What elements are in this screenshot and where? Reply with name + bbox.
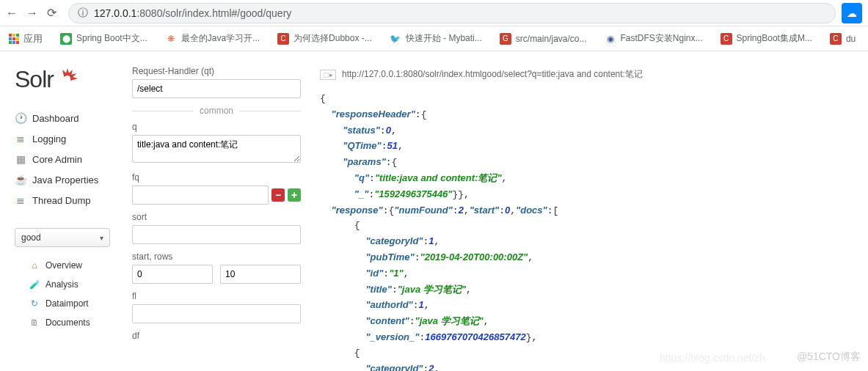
qt-group: Request-Handler (qt)	[132, 66, 301, 98]
sidebar: Solr 🕐Dashboard ≣Logging ▦Core Admin ☕Ja…	[0, 51, 125, 371]
main-content: Solr 🕐Dashboard ≣Logging ▦Core Admin ☕Ja…	[0, 51, 868, 371]
bookmark-item[interactable]: ❋最全的Java学习开...	[165, 32, 260, 45]
subnav-dataimport[interactable]: ↻Dataimport	[29, 294, 125, 313]
url-link-icon: ⬚▸	[320, 70, 336, 80]
apps-button[interactable]: 应用	[9, 32, 43, 45]
nav-label: Thread Dump	[32, 195, 90, 206]
rows-input[interactable]	[220, 265, 301, 284]
favicon-icon: C	[721, 33, 732, 45]
documents-icon: 🗎	[29, 317, 40, 328]
sort-input[interactable]	[132, 225, 301, 244]
bookmark-label: FastDFS安装Nginx...	[621, 32, 703, 45]
logo-text: Solr	[15, 66, 54, 92]
bookmark-item[interactable]: C为何选择Dubbox -...	[277, 32, 372, 45]
bookmark-label: 为何选择Dubbox -...	[293, 32, 372, 45]
qt-input[interactable]	[132, 79, 301, 98]
bookmark-item[interactable]: ◉FastDFS安装Nginx...	[605, 32, 703, 45]
query-panel: Request-Handler (qt) common q fq − + sor…	[125, 51, 308, 371]
reload-button[interactable]: ⟳	[47, 6, 56, 20]
extension-icon[interactable]: ☁	[842, 3, 862, 23]
fl-group: fl	[132, 291, 301, 323]
result-url-text[interactable]: http://127.0.0.1:8080/solr/index.htmlgoo…	[342, 68, 643, 81]
analysis-icon: 🧪	[29, 279, 40, 290]
nav-buttons: ← → ⟳	[6, 6, 56, 20]
bookmark-label: 快速开始 - Mybati...	[406, 32, 482, 45]
json-output: { "responseHeader":{ "status":0, "QTime"…	[320, 92, 856, 371]
q-label: q	[132, 122, 301, 132]
url-bar[interactable]: ⓘ 127.0.0.1:8080/solr/index.html#/good/q…	[68, 3, 836, 23]
fq-input[interactable]	[132, 186, 269, 205]
start-rows-group: start, rows	[132, 251, 301, 284]
bookmark-label: Spring Boot中文...	[76, 32, 147, 45]
dataimport-icon: ↻	[29, 298, 40, 309]
overview-icon: ⌂	[29, 260, 40, 271]
nav-label: Java Properties	[32, 175, 98, 186]
bookmark-label: SpringBoot集成M...	[737, 32, 812, 45]
favicon-icon: ◉	[605, 33, 616, 45]
bookmark-item[interactable]: CSpringBoot集成M...	[721, 32, 812, 45]
fq-group: fq − +	[132, 172, 301, 205]
results-panel: ⬚▸ http://127.0.0.1:8080/solr/index.html…	[308, 51, 868, 371]
nav-thread-dump[interactable]: ≣Thread Dump	[15, 190, 125, 210]
qt-label: Request-Handler (qt)	[132, 66, 301, 76]
subnav-label: Documents	[45, 317, 90, 328]
nav-label: Core Admin	[32, 154, 82, 165]
bookmark-item[interactable]: Gsrc/main/java/co...	[500, 33, 587, 45]
apps-grid-icon	[9, 34, 19, 44]
subnav-analysis[interactable]: 🧪Analysis	[29, 275, 125, 294]
core-select-value: good	[21, 232, 41, 243]
solr-logo: Solr	[15, 66, 125, 93]
nav-label: Logging	[32, 133, 66, 144]
subnav-label: Dataimport	[45, 298, 89, 309]
core-sub-nav: ⌂Overview 🧪Analysis ↻Dataimport 🗎Documen…	[15, 256, 125, 332]
q-group: q	[132, 122, 301, 165]
nav-logging[interactable]: ≣Logging	[15, 128, 125, 149]
sort-group: sort	[132, 212, 301, 244]
subnav-label: Overview	[45, 260, 82, 271]
favicon-icon: C	[830, 33, 842, 45]
bookmark-label: 最全的Java学习开...	[181, 32, 260, 45]
bookmark-item[interactable]: ⬤Spring Boot中文...	[60, 32, 147, 45]
fl-label: fl	[132, 291, 301, 301]
fq-label: fq	[132, 172, 301, 183]
logging-icon: ≣	[15, 133, 26, 144]
nav-core-admin[interactable]: ▦Core Admin	[15, 149, 125, 169]
bookmark-label: du	[846, 34, 856, 44]
browser-address-bar: ← → ⟳ ⓘ 127.0.0.1:8080/solr/index.html#/…	[0, 0, 868, 26]
subnav-documents[interactable]: 🗎Documents	[29, 313, 125, 332]
info-icon: ⓘ	[78, 7, 88, 20]
subnav-overview[interactable]: ⌂Overview	[29, 256, 125, 275]
nav-label: Dashboard	[32, 113, 79, 124]
common-section-label: common	[132, 106, 301, 116]
sort-label: sort	[132, 212, 301, 222]
core-select-dropdown[interactable]: good	[15, 228, 110, 247]
start-input[interactable]	[132, 265, 213, 284]
start-rows-label: start, rows	[132, 251, 301, 262]
solr-sun-icon	[55, 66, 80, 91]
q-input[interactable]	[132, 135, 301, 163]
favicon-icon: C	[277, 33, 289, 45]
bookmark-item[interactable]: 🐦快速开始 - Mybati...	[390, 32, 482, 45]
favicon-icon: ❋	[165, 33, 177, 45]
forward-button[interactable]: →	[26, 7, 38, 20]
fl-input[interactable]	[132, 304, 301, 323]
favicon-icon: G	[500, 33, 511, 45]
fq-remove-button[interactable]: −	[271, 188, 285, 202]
back-button[interactable]: ←	[6, 7, 18, 20]
bookmark-label: src/main/java/co...	[516, 34, 587, 44]
nav-java-properties[interactable]: ☕Java Properties	[15, 169, 125, 190]
bookmarks-bar: 应用 ⬤Spring Boot中文... ❋最全的Java学习开... C为何选…	[0, 26, 868, 51]
df-label: df	[132, 331, 301, 341]
bookmark-item[interactable]: Cdu	[830, 33, 856, 45]
nav-dashboard[interactable]: 🕐Dashboard	[15, 108, 125, 128]
apps-label: 应用	[23, 32, 43, 45]
core-admin-icon: ▦	[15, 153, 26, 165]
result-url-display: ⬚▸ http://127.0.0.1:8080/solr/index.html…	[320, 66, 856, 83]
java-props-icon: ☕	[15, 174, 26, 186]
thread-dump-icon: ≣	[15, 194, 26, 206]
dashboard-icon: 🕐	[15, 112, 26, 124]
fq-add-button[interactable]: +	[288, 188, 301, 202]
core-selector: good	[15, 228, 125, 247]
favicon-icon: 🐦	[390, 33, 401, 45]
favicon-icon: ⬤	[60, 33, 72, 45]
